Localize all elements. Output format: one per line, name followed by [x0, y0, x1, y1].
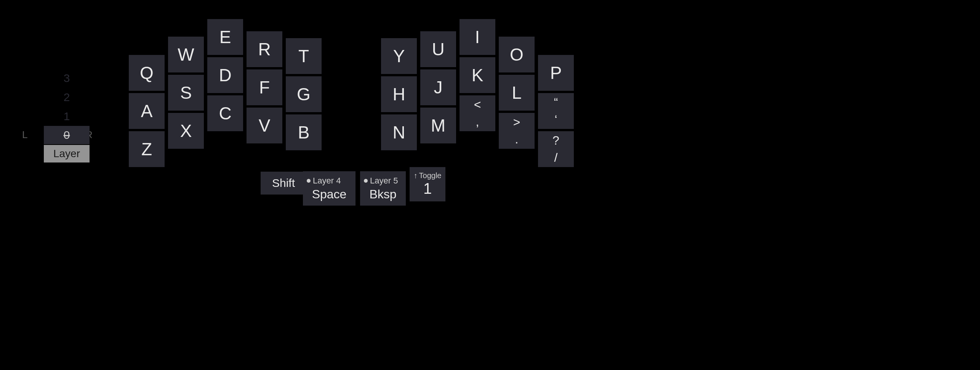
key-y[interactable]: Y [381, 38, 417, 74]
key-q[interactable]: Q [129, 55, 165, 91]
layer-button-3[interactable]: 3 [44, 69, 90, 88]
key-quote-shifted: “ [554, 95, 558, 109]
key-j[interactable]: J [420, 69, 456, 105]
key-i[interactable]: I [460, 19, 495, 55]
key-comma-base: , [476, 115, 479, 129]
layer-button-1[interactable]: 1 [44, 107, 90, 126]
key-l[interactable]: L [499, 75, 535, 111]
key-bksp[interactable]: Layer 5 Bksp [360, 171, 406, 206]
key-w[interactable]: W [168, 37, 204, 72]
key-space-layer-hint: Layer 4 [307, 176, 341, 186]
key-toggle-label: 1 [423, 180, 432, 197]
key-period[interactable]: > . [499, 113, 535, 149]
key-shift[interactable]: Shift [261, 172, 306, 195]
key-comma-shifted: < [474, 98, 481, 112]
key-toggle-hint: ↑ Toggle [414, 171, 442, 180]
layer-button-0[interactable]: 0 [44, 126, 90, 144]
key-s[interactable]: S [168, 75, 204, 111]
key-period-base: . [515, 132, 519, 146]
key-bksp-label: Bksp [369, 187, 396, 201]
layer-label-button[interactable]: Layer [44, 145, 90, 162]
key-r[interactable]: R [247, 31, 282, 67]
key-slash[interactable]: ? / [538, 131, 574, 167]
key-o[interactable]: O [499, 37, 535, 72]
key-quote[interactable]: “ ‘ [538, 93, 574, 129]
key-k[interactable]: K [460, 57, 495, 93]
key-v[interactable]: V [247, 108, 282, 143]
layer-selector: 3 2 1 0 Layer [44, 69, 90, 162]
key-toggle-layer-1[interactable]: ↑ Toggle 1 [410, 167, 445, 201]
layer-button-2[interactable]: 2 [44, 88, 90, 107]
key-e[interactable]: E [207, 19, 243, 55]
key-x[interactable]: X [168, 113, 204, 149]
arrow-up-icon: ↑ [414, 171, 418, 180]
key-a[interactable]: A [129, 93, 165, 129]
key-n[interactable]: N [381, 114, 417, 150]
key-m[interactable]: M [420, 108, 456, 143]
key-p[interactable]: P [538, 55, 574, 91]
key-z[interactable]: Z [129, 131, 165, 167]
key-u[interactable]: U [420, 31, 456, 67]
key-quote-base: ‘ [554, 113, 557, 127]
keyboard-layout-stage: L R 3 2 1 0 Layer Q A Z W S X E D C R F … [0, 0, 980, 370]
key-slash-base: / [554, 151, 558, 165]
key-space[interactable]: Layer 4 Space [303, 171, 355, 206]
key-bksp-layer-hint: Layer 5 [364, 176, 398, 186]
key-c[interactable]: C [207, 95, 243, 131]
key-slash-shifted: ? [552, 134, 559, 148]
key-d[interactable]: D [207, 57, 243, 93]
key-period-shifted: > [513, 115, 520, 129]
key-space-label: Space [312, 187, 347, 201]
key-b[interactable]: B [286, 114, 322, 150]
side-left-label: L [22, 129, 27, 141]
key-t[interactable]: T [286, 38, 322, 74]
key-h[interactable]: H [381, 76, 417, 112]
key-g[interactable]: G [286, 76, 322, 112]
key-f[interactable]: F [247, 69, 282, 105]
key-comma[interactable]: < , [460, 95, 495, 131]
